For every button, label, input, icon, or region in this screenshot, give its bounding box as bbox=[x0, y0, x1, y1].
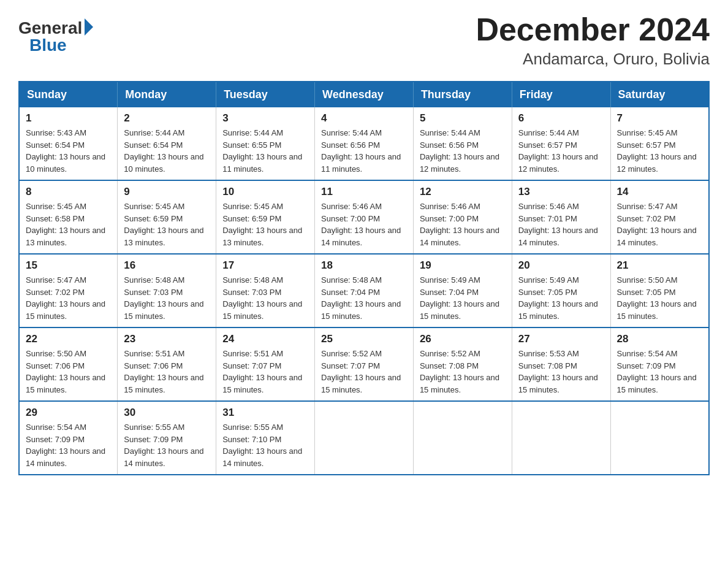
col-thursday: Thursday bbox=[413, 82, 512, 107]
table-row: 25 Sunrise: 5:52 AM Sunset: 7:07 PM Dayl… bbox=[315, 327, 414, 401]
table-row: 8 Sunrise: 5:45 AM Sunset: 6:58 PM Dayli… bbox=[19, 180, 118, 254]
table-row: 24 Sunrise: 5:51 AM Sunset: 7:07 PM Dayl… bbox=[216, 327, 315, 401]
location-title: Andamarca, Oruro, Bolivia bbox=[476, 50, 710, 69]
day-number: 28 bbox=[617, 333, 702, 345]
day-number: 22 bbox=[26, 333, 111, 345]
day-number: 12 bbox=[420, 186, 506, 198]
day-number: 9 bbox=[124, 186, 210, 198]
day-number: 17 bbox=[222, 259, 308, 272]
day-number: 14 bbox=[617, 186, 702, 198]
table-row: 3 Sunrise: 5:44 AM Sunset: 6:55 PM Dayli… bbox=[216, 107, 315, 180]
table-row: 5 Sunrise: 5:44 AM Sunset: 6:56 PM Dayli… bbox=[413, 107, 512, 180]
day-info: Sunrise: 5:53 AM Sunset: 7:08 PM Dayligh… bbox=[518, 348, 604, 396]
day-number: 20 bbox=[518, 259, 604, 272]
col-monday: Monday bbox=[118, 82, 216, 107]
day-number: 24 bbox=[222, 333, 308, 345]
day-info: Sunrise: 5:44 AM Sunset: 6:56 PM Dayligh… bbox=[321, 127, 407, 175]
day-number: 6 bbox=[518, 112, 604, 124]
day-info: Sunrise: 5:44 AM Sunset: 6:56 PM Dayligh… bbox=[420, 127, 506, 175]
calendar-week-row: 15 Sunrise: 5:47 AM Sunset: 7:02 PM Dayl… bbox=[19, 254, 709, 327]
calendar-header-row: Sunday Monday Tuesday Wednesday Thursday… bbox=[19, 82, 709, 107]
table-row: 23 Sunrise: 5:51 AM Sunset: 7:06 PM Dayl… bbox=[118, 327, 216, 401]
table-row: 20 Sunrise: 5:49 AM Sunset: 7:05 PM Dayl… bbox=[512, 254, 610, 327]
day-number: 4 bbox=[321, 112, 407, 124]
day-info: Sunrise: 5:45 AM Sunset: 6:58 PM Dayligh… bbox=[26, 201, 111, 248]
table-row: 11 Sunrise: 5:46 AM Sunset: 7:00 PM Dayl… bbox=[315, 180, 414, 254]
col-wednesday: Wednesday bbox=[315, 82, 414, 107]
day-number: 26 bbox=[420, 333, 506, 345]
table-row: 30 Sunrise: 5:55 AM Sunset: 7:09 PM Dayl… bbox=[118, 401, 216, 475]
col-tuesday: Tuesday bbox=[216, 82, 315, 107]
day-number: 16 bbox=[124, 259, 210, 272]
col-sunday: Sunday bbox=[19, 82, 118, 107]
day-info: Sunrise: 5:51 AM Sunset: 7:07 PM Dayligh… bbox=[222, 348, 308, 396]
day-info: Sunrise: 5:49 AM Sunset: 7:04 PM Dayligh… bbox=[420, 274, 506, 322]
table-row: 4 Sunrise: 5:44 AM Sunset: 6:56 PM Dayli… bbox=[315, 107, 414, 180]
day-info: Sunrise: 5:49 AM Sunset: 7:05 PM Dayligh… bbox=[518, 274, 604, 322]
table-row: 6 Sunrise: 5:44 AM Sunset: 6:57 PM Dayli… bbox=[512, 107, 610, 180]
calendar-week-row: 22 Sunrise: 5:50 AM Sunset: 7:06 PM Dayl… bbox=[19, 327, 709, 401]
day-info: Sunrise: 5:48 AM Sunset: 7:03 PM Dayligh… bbox=[124, 274, 210, 322]
logo-triangle-icon bbox=[85, 18, 93, 36]
day-info: Sunrise: 5:52 AM Sunset: 7:08 PM Dayligh… bbox=[420, 348, 506, 396]
day-info: Sunrise: 5:46 AM Sunset: 7:00 PM Dayligh… bbox=[321, 201, 407, 248]
day-number: 23 bbox=[124, 333, 210, 345]
day-number: 10 bbox=[222, 186, 308, 198]
day-info: Sunrise: 5:48 AM Sunset: 7:04 PM Dayligh… bbox=[321, 274, 407, 322]
table-row: 26 Sunrise: 5:52 AM Sunset: 7:08 PM Dayl… bbox=[413, 327, 512, 401]
calendar-table: Sunday Monday Tuesday Wednesday Thursday… bbox=[18, 81, 710, 475]
table-row bbox=[610, 401, 709, 475]
table-row: 18 Sunrise: 5:48 AM Sunset: 7:04 PM Dayl… bbox=[315, 254, 414, 327]
day-info: Sunrise: 5:44 AM Sunset: 6:54 PM Dayligh… bbox=[124, 127, 210, 175]
table-row: 27 Sunrise: 5:53 AM Sunset: 7:08 PM Dayl… bbox=[512, 327, 610, 401]
logo: General Blue bbox=[18, 18, 93, 54]
table-row: 17 Sunrise: 5:48 AM Sunset: 7:03 PM Dayl… bbox=[216, 254, 315, 327]
day-info: Sunrise: 5:45 AM Sunset: 6:59 PM Dayligh… bbox=[124, 201, 210, 248]
table-row bbox=[315, 401, 414, 475]
page-header: General Blue December 2024 Andamarca, Or… bbox=[18, 12, 710, 69]
day-info: Sunrise: 5:50 AM Sunset: 7:05 PM Dayligh… bbox=[617, 274, 702, 322]
day-number: 1 bbox=[26, 112, 111, 124]
month-title: December 2024 bbox=[476, 12, 710, 47]
day-info: Sunrise: 5:54 AM Sunset: 7:09 PM Dayligh… bbox=[617, 348, 702, 396]
day-number: 25 bbox=[321, 333, 407, 345]
table-row: 12 Sunrise: 5:46 AM Sunset: 7:00 PM Dayl… bbox=[413, 180, 512, 254]
day-info: Sunrise: 5:46 AM Sunset: 7:00 PM Dayligh… bbox=[420, 201, 506, 248]
table-row: 28 Sunrise: 5:54 AM Sunset: 7:09 PM Dayl… bbox=[610, 327, 709, 401]
day-number: 19 bbox=[420, 259, 506, 272]
day-number: 13 bbox=[518, 186, 604, 198]
day-number: 18 bbox=[321, 259, 407, 272]
day-number: 5 bbox=[420, 112, 506, 124]
table-row: 16 Sunrise: 5:48 AM Sunset: 7:03 PM Dayl… bbox=[118, 254, 216, 327]
table-row: 31 Sunrise: 5:55 AM Sunset: 7:10 PM Dayl… bbox=[216, 401, 315, 475]
table-row: 19 Sunrise: 5:49 AM Sunset: 7:04 PM Dayl… bbox=[413, 254, 512, 327]
day-number: 3 bbox=[222, 112, 308, 124]
day-number: 7 bbox=[617, 112, 702, 124]
calendar-week-row: 1 Sunrise: 5:43 AM Sunset: 6:54 PM Dayli… bbox=[19, 107, 709, 180]
day-number: 8 bbox=[26, 186, 111, 198]
day-info: Sunrise: 5:47 AM Sunset: 7:02 PM Dayligh… bbox=[26, 274, 111, 322]
day-info: Sunrise: 5:43 AM Sunset: 6:54 PM Dayligh… bbox=[26, 127, 111, 175]
table-row: 7 Sunrise: 5:45 AM Sunset: 6:57 PM Dayli… bbox=[610, 107, 709, 180]
table-row bbox=[413, 401, 512, 475]
calendar-week-row: 29 Sunrise: 5:54 AM Sunset: 7:09 PM Dayl… bbox=[19, 401, 709, 475]
day-number: 15 bbox=[26, 259, 111, 272]
calendar-week-row: 8 Sunrise: 5:45 AM Sunset: 6:58 PM Dayli… bbox=[19, 180, 709, 254]
day-info: Sunrise: 5:46 AM Sunset: 7:01 PM Dayligh… bbox=[518, 201, 604, 248]
table-row bbox=[512, 401, 610, 475]
day-info: Sunrise: 5:52 AM Sunset: 7:07 PM Dayligh… bbox=[321, 348, 407, 396]
day-number: 31 bbox=[222, 407, 308, 419]
day-info: Sunrise: 5:45 AM Sunset: 6:57 PM Dayligh… bbox=[617, 127, 702, 175]
col-friday: Friday bbox=[512, 82, 610, 107]
day-info: Sunrise: 5:55 AM Sunset: 7:09 PM Dayligh… bbox=[124, 421, 210, 469]
day-number: 27 bbox=[518, 333, 604, 345]
table-row: 21 Sunrise: 5:50 AM Sunset: 7:05 PM Dayl… bbox=[610, 254, 709, 327]
table-row: 14 Sunrise: 5:47 AM Sunset: 7:02 PM Dayl… bbox=[610, 180, 709, 254]
table-row: 2 Sunrise: 5:44 AM Sunset: 6:54 PM Dayli… bbox=[118, 107, 216, 180]
title-section: December 2024 Andamarca, Oruro, Bolivia bbox=[476, 12, 710, 69]
day-number: 21 bbox=[617, 259, 702, 272]
day-number: 29 bbox=[26, 407, 111, 419]
col-saturday: Saturday bbox=[610, 82, 709, 107]
day-number: 11 bbox=[321, 186, 407, 198]
day-info: Sunrise: 5:44 AM Sunset: 6:55 PM Dayligh… bbox=[222, 127, 308, 175]
